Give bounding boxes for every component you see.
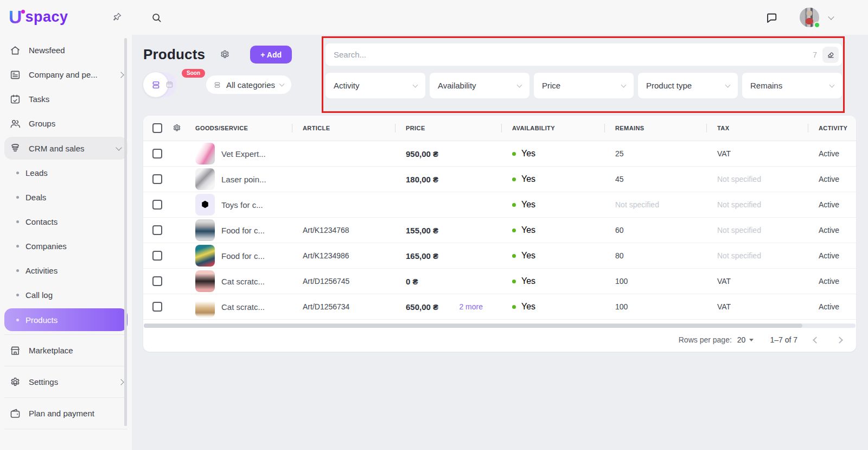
availability-value: Yes xyxy=(521,174,535,184)
sidebar-item-leads[interactable]: Leads xyxy=(0,161,132,185)
sidebar-item-call-log[interactable]: Call log xyxy=(0,283,132,307)
sidebar-item-label: Marketplace xyxy=(29,346,73,355)
price-value: 650,00 ₴ xyxy=(406,302,438,312)
search-icon[interactable] xyxy=(151,12,162,23)
previous-page-button[interactable] xyxy=(813,337,820,344)
activity-cell: Active xyxy=(808,251,856,260)
sidebar-item-groups[interactable]: Groups xyxy=(0,111,132,136)
filter-product-type[interactable]: Product type xyxy=(638,73,738,98)
user-avatar[interactable] xyxy=(800,8,819,27)
sidebar-item-tasks[interactable]: Tasks xyxy=(0,87,132,111)
availability-dot-icon xyxy=(512,152,516,156)
sidebar-item-settings[interactable]: Settings xyxy=(0,370,132,394)
filter-remains[interactable]: Remains xyxy=(742,73,842,98)
sidebar-item-newsfeed[interactable]: Newsfeed xyxy=(0,38,132,62)
price-cell: 950,00 ₴ xyxy=(395,149,501,159)
search-result-count: 7 xyxy=(813,50,817,59)
price-cell: 180,00 ₴ xyxy=(395,175,501,184)
filter-price[interactable]: Price xyxy=(534,73,634,98)
select-all-checkbox[interactable] xyxy=(152,123,162,133)
main-content: Products + Add Soon All categories 7 Act… xyxy=(132,35,868,450)
categories-dropdown[interactable]: All categories xyxy=(206,75,291,94)
product-row[interactable]: Cat scratc...Art/D12567450 ₴Yes100VATAct… xyxy=(143,269,856,294)
search-input[interactable] xyxy=(334,50,813,59)
sidebar-item-activities[interactable]: Activities xyxy=(0,258,132,283)
row-checkbox[interactable] xyxy=(152,276,162,286)
filter-label: Product type xyxy=(646,81,692,90)
online-status-dot xyxy=(814,22,820,28)
calendar-view-button[interactable] xyxy=(165,80,174,90)
sidebar-item-label: Newsfeed xyxy=(29,46,65,55)
goods-service-cell: Cat scratc... xyxy=(189,270,292,292)
row-checkbox-cell xyxy=(143,149,165,159)
activity-cell: Active xyxy=(808,200,856,209)
page-settings-gear-icon[interactable] xyxy=(219,49,231,60)
availability-value: Yes xyxy=(521,149,535,159)
sidebar-item-deals[interactable]: Deals xyxy=(0,185,132,210)
chevron-down-icon xyxy=(517,82,522,87)
product-thumbnail xyxy=(195,143,215,164)
filter-label: Activity xyxy=(334,81,360,90)
availability-value: Yes xyxy=(521,200,535,210)
product-row[interactable]: Laser poin...180,00 ₴Yes45Not specifiedA… xyxy=(143,167,856,192)
horizontal-scrollbar-thumb[interactable] xyxy=(144,324,802,328)
caret-down-icon xyxy=(749,339,754,341)
row-checkbox[interactable] xyxy=(152,302,162,312)
chevron-down-icon[interactable] xyxy=(828,14,834,20)
chat-icon[interactable] xyxy=(765,11,778,24)
clear-search-button[interactable] xyxy=(822,47,839,63)
add-button[interactable]: + Add xyxy=(250,46,292,64)
column-header-tax: TAX xyxy=(706,125,808,131)
row-checkbox-cell xyxy=(143,225,165,235)
logo-row: U spacy xyxy=(0,0,132,31)
categories-label: All categories xyxy=(226,80,275,90)
table-header-row: GOODS/SERVICEARTICLEPRICEAVAILABILITYREM… xyxy=(143,116,856,141)
product-row[interactable]: Cat scratc...Art/D1256734650,00 ₴2 moreY… xyxy=(143,294,856,320)
row-checkbox[interactable] xyxy=(152,149,162,159)
chevron-right-icon xyxy=(118,72,124,78)
availability-dot-icon xyxy=(512,254,516,258)
pin-sidebar-icon[interactable] xyxy=(112,12,122,22)
row-checkbox[interactable] xyxy=(152,225,162,235)
sidebar-item-companies[interactable]: Companies xyxy=(0,234,132,258)
tax-cell: VAT xyxy=(706,277,808,286)
sidebar-item-products[interactable]: Products xyxy=(4,308,127,331)
rows-per-page-select[interactable]: 20 xyxy=(737,335,754,344)
activity-cell: Active xyxy=(808,149,856,158)
product-row[interactable]: Food for c...Art/K1234768155,00 ₴Yes60No… xyxy=(143,218,856,243)
product-thumbnail xyxy=(195,219,215,241)
activity-cell: Active xyxy=(808,277,856,286)
row-checkbox[interactable] xyxy=(152,200,162,210)
filter-activity[interactable]: Activity xyxy=(326,73,425,98)
row-checkbox[interactable] xyxy=(152,174,162,184)
row-checkbox[interactable] xyxy=(152,251,162,261)
bullet-icon xyxy=(16,172,19,174)
row-checkbox-cell xyxy=(143,302,165,312)
availability-cell: Yes xyxy=(501,251,604,261)
uspacy-logo[interactable]: U spacy xyxy=(9,8,68,26)
sidebar-item-company-and-pe[interactable]: Company and pe... xyxy=(0,62,132,87)
price-value: 950,00 ₴ xyxy=(406,149,438,159)
table-footer: Rows per page: 20 1–7 of 7 xyxy=(143,328,856,352)
more-prices-link[interactable]: 2 more xyxy=(459,302,483,311)
sidebar-item-contacts[interactable]: Contacts xyxy=(0,210,132,234)
sidebar-item-plan-and-payment[interactable]: Plan and payment xyxy=(0,401,132,426)
product-thumbnail xyxy=(195,296,215,318)
filter-availability[interactable]: Availability xyxy=(430,73,529,98)
eraser-icon xyxy=(826,50,835,59)
next-page-button[interactable] xyxy=(836,337,843,344)
product-row[interactable]: Vet Expert...950,00 ₴Yes25VATActive xyxy=(143,141,856,167)
price-cell: 0 ₴ xyxy=(395,277,501,286)
availability-cell: Yes xyxy=(501,200,604,210)
soon-badge: Soon xyxy=(182,69,205,78)
sidebar-item-marketplace[interactable]: Marketplace xyxy=(0,338,132,363)
product-row[interactable]: Food for c...Art/K1234986165,00 ₴Yes80No… xyxy=(143,243,856,269)
sidebar-item-crm-and-sales[interactable]: CRM and sales xyxy=(4,137,127,160)
sidebar-scrollbar[interactable] xyxy=(124,38,127,426)
remains-cell: 45 xyxy=(604,175,706,183)
product-row[interactable]: Toys for c...YesNot specifiedNot specifi… xyxy=(143,192,856,218)
chevron-down-icon xyxy=(279,81,285,87)
availability-cell: Yes xyxy=(501,174,604,184)
table-settings-gear-icon[interactable] xyxy=(172,123,182,133)
sidebar-subitem-label: Activities xyxy=(25,266,58,275)
